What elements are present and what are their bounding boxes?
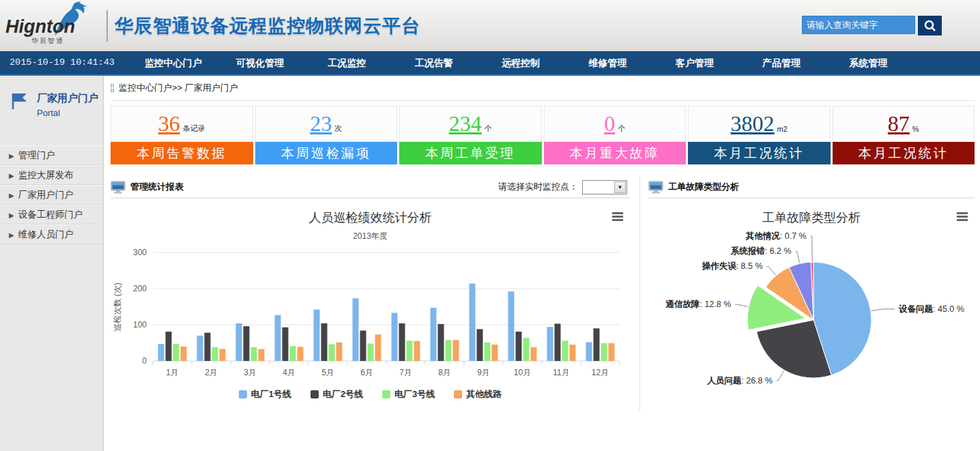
logo-text: Hignton [5,16,75,38]
breadcrumb: 监控中心门户>> 厂家用户门户 [104,76,980,95]
svg-text:1月: 1月 [166,368,179,377]
legend-swatch-icon [239,390,247,398]
svg-text:巡检次数 (次): 巡检次数 (次) [113,282,122,331]
monitor-point-label: 请选择实时监控点： [498,181,578,193]
sidebar-item-engineer-portal[interactable]: ▶设备工程师门户 [0,205,103,224]
nav-item-visual-management[interactable]: 可视化管理 [216,51,303,74]
stat-unit: 次 [334,123,342,134]
portal-header: 厂家用户门户 Portal [0,76,103,118]
pie-chart[interactable]: 设备问题: 45.0 %人员问题: 26.8 %通信故障: 12.8 %操作失误… [648,226,975,409]
panel-management-report: 管理统计报表 请选择实时监控点： ▼ 人员巡检绩效统计分析 2013年度 300… [111,177,639,411]
stat-value-link[interactable]: 3802 [731,111,775,136]
legend-item[interactable]: 电厂1号线 [239,388,291,401]
nav-item-maintenance-management[interactable]: 维修管理 [564,51,651,74]
stat-label-bar[interactable]: 本月重大故障 [544,142,687,164]
svg-text:200: 200 [133,284,147,293]
stat-label-bar[interactable]: 本月工况统计 [833,142,975,164]
breadcrumb-icon [111,84,114,92]
search-icon [923,19,937,33]
arrow-right-icon: ▶ [9,172,14,179]
legend-label: 电厂3号线 [394,388,435,401]
svg-text:其他情况: 0.7 %: 其他情况: 0.7 % [745,231,807,241]
bar-chart-title: 人员巡检绩效统计分析 [111,209,630,226]
sidebar-item-factory-portal[interactable]: ▶厂家用户门户 [0,185,103,205]
search-button[interactable] [918,16,942,35]
nav-item-system-management[interactable]: 系统管理 [825,51,912,74]
nav-item-condition-alarm[interactable]: 工况告警 [390,51,477,74]
panel-header: 工单故障类型分析 [648,177,975,199]
svg-text:5月: 5月 [321,368,334,377]
chart-menu-icon[interactable] [957,212,968,222]
sidebar-item-admin-portal[interactable]: ▶管理门户 [0,145,103,165]
panel-title: 管理统计报表 [130,181,184,193]
breadcrumb-text: 监控中心门户>> 厂家用户门户 [119,82,238,94]
svg-text:4月: 4月 [283,368,296,377]
site-title: 华辰智通设备远程监控物联网云平台 [115,14,420,38]
svg-text:10月: 10月 [514,368,531,377]
nav-item-condition-monitor[interactable]: 工况监控 [304,51,390,74]
stat-value-link[interactable]: 87 [888,111,910,136]
stat-value-box: 3802m2 [688,106,831,142]
svg-text:人员问题: 26.8 %: 人员问题: 26.8 % [706,376,773,385]
svg-text:3月: 3月 [244,368,257,377]
nav-items: 监控中心门户可视化管理工况监控工况告警远程控制维修管理客户管理产品管理系统管理 [130,51,912,74]
stat-value-box: 87% [833,106,975,142]
legend-item[interactable]: 其他线路 [454,388,502,401]
search-box [802,16,942,35]
stat-label-bar[interactable]: 本周巡检漏项 [255,142,398,164]
stat-card-6: 87%本月工况统计 [833,106,975,164]
monitor-icon [648,181,663,194]
svg-text:操作失误: 8.5 %: 操作失误: 8.5 % [702,261,763,271]
svg-text:11月: 11月 [553,368,569,377]
svg-text:100: 100 [133,320,147,330]
stat-card-5: 3802m2本月工况统计 [688,106,831,164]
sidebar-item-repair-portal[interactable]: ▶维修人员门户 [0,224,103,244]
nav-item-monitoring-center[interactable]: 监控中心门户 [130,51,216,74]
monitor-icon [111,181,126,194]
stat-label-bar[interactable]: 本月工况统计 [688,142,831,164]
legend-item[interactable]: 电厂3号线 [382,388,435,401]
legend-swatch-icon [382,390,390,398]
app-header: Hignton 华辰智通 华辰智通设备远程监控物联网云平台 [0,0,980,51]
svg-text:设备问题: 45.0 %: 设备问题: 45.0 % [898,304,964,314]
panel-title: 工单故障类型分析 [668,181,739,193]
legend-label: 电厂1号线 [251,388,291,401]
search-input[interactable] [802,16,915,34]
monitor-point-select[interactable]: ▼ [582,180,627,194]
arrow-right-icon: ▶ [9,152,14,160]
chart-menu-icon[interactable] [612,212,623,222]
bar-chart-subtitle: 2013年度 [111,231,630,242]
company-logo: Hignton 华辰智通 [0,0,102,51]
stat-value-box: 234个 [399,106,542,142]
nav-item-product-management[interactable]: 产品管理 [738,51,824,74]
stat-value-link[interactable]: 234 [449,111,482,136]
panel-workorder-analysis: 工单故障类型分析 工单故障类型分析 设备问题: 45.0 %人员问题: 26.8… [639,177,975,411]
stat-unit: 个 [618,123,625,134]
stat-unit: % [912,125,919,133]
stat-label-bar[interactable]: 本周工单受理 [399,142,542,164]
bar-chart[interactable]: 30020010001月2月3月4月5月6月7月8月9月10月11月12月巡检次… [111,242,628,380]
stat-value-box: 36条记录 [111,106,253,142]
stat-value-link[interactable]: 36 [158,111,180,136]
stat-card-2: 23次本周巡检漏项 [255,106,398,164]
select-dropdown-arrow-icon[interactable]: ▼ [614,181,626,193]
svg-text:通信故障: 12.8 %: 通信故障: 12.8 % [665,299,731,309]
arrow-right-icon: ▶ [9,212,14,219]
legend-swatch-icon [311,390,319,398]
stat-value-link[interactable]: 23 [310,111,332,136]
stat-cards: 36条记录本周告警数据23次本周巡检漏项234个本周工单受理0个本月重大故障38… [111,100,975,164]
sidebar-item-screen-publish[interactable]: ▶监控大屏发布 [0,165,103,185]
nav-item-customer-management[interactable]: 客户管理 [651,51,738,74]
stat-unit: 个 [485,123,492,134]
nav-item-remote-control[interactable]: 远程控制 [477,51,564,74]
stat-value-box: 23次 [255,106,398,142]
legend-item[interactable]: 电厂2号线 [311,388,363,401]
arrow-right-icon: ▶ [9,192,14,199]
logo-divider [106,10,108,42]
main-nav: 2015-10-19 10:41:43 监控中心门户可视化管理工况监控工况告警远… [0,51,980,76]
panel-header: 管理统计报表 请选择实时监控点： ▼ [111,177,630,199]
svg-text:系统报错: 6.2 %: 系统报错: 6.2 % [730,246,792,256]
stat-value-link[interactable]: 0 [604,111,615,136]
stat-label-bar[interactable]: 本周告警数据 [111,142,253,164]
stat-value-box: 0个 [544,106,687,142]
